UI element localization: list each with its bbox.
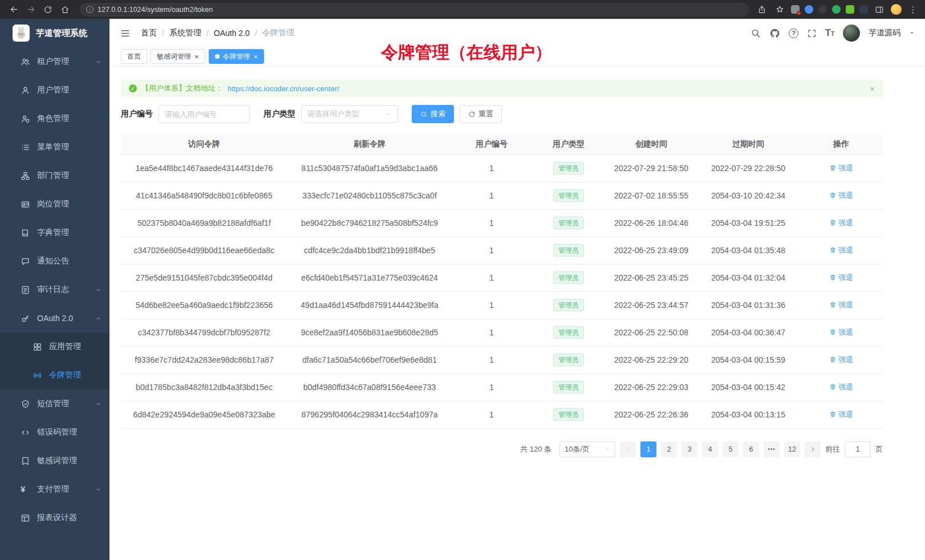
page-button-3[interactable]: 3 <box>681 441 697 457</box>
chevron-up-icon <box>95 315 102 322</box>
page-button-12[interactable]: 12 <box>784 441 800 457</box>
home-button[interactable] <box>57 3 73 17</box>
reset-button[interactable]: 重置 <box>460 105 502 123</box>
menu-fold-icon[interactable] <box>120 28 131 39</box>
sidebar-item-oauth[interactable]: OAuth 2.0 <box>0 304 109 332</box>
close-icon[interactable]: × <box>194 53 199 60</box>
force-logout-button[interactable]: 强退 <box>829 327 853 338</box>
more-pages-button[interactable]: ••• <box>764 441 780 457</box>
page-button-1[interactable]: 1 <box>640 441 656 457</box>
doc-link[interactable]: https://doc.iocoder.cn/user-center/ <box>228 84 339 93</box>
token-table-row: c342377bf8b344799dcbf7bf095287f2 9ce8ef2… <box>121 319 883 346</box>
back-button[interactable] <box>6 3 22 17</box>
sidebar-item-sms[interactable]: 短信管理 <box>0 389 109 418</box>
address-bar[interactable]: i 127.0.0.1:1024/system/oauth2/token <box>80 3 749 17</box>
site-info-icon[interactable]: i <box>86 6 94 13</box>
sidebar-item-report-designer[interactable]: 报表设计器 <box>0 504 109 532</box>
tab-token-management[interactable]: 令牌管理× <box>209 49 265 64</box>
force-logout-button[interactable]: 强退 <box>829 163 853 173</box>
reload-button[interactable] <box>40 3 56 17</box>
sidebar-item-post[interactable]: 岗位管理 <box>0 190 109 218</box>
refresh-icon <box>468 111 476 118</box>
action-cell: 强退 <box>800 264 883 291</box>
alert-text: 【用户体系】文档地址： <box>141 83 223 94</box>
tab-home[interactable]: 首页 <box>121 49 147 64</box>
expire-time-cell: 2054-03-04 00:15:59 <box>697 346 800 374</box>
browser-menu-icon[interactable]: ⋮ <box>907 3 919 16</box>
extension-icon-4[interactable] <box>832 5 841 14</box>
breadcrumb-system[interactable]: 系统管理 <box>169 28 201 38</box>
page-button-4[interactable]: 4 <box>702 441 718 457</box>
forward-button[interactable] <box>23 3 39 17</box>
force-logout-button[interactable]: 强退 <box>829 355 853 365</box>
user-name[interactable]: 芋道源码 <box>869 28 900 38</box>
side-panel-icon[interactable] <box>873 3 886 16</box>
sidebar-item-role[interactable]: 角色管理 <box>0 104 109 133</box>
search-icon[interactable] <box>750 28 761 38</box>
sidebar-item-token-management[interactable]: 令牌管理 <box>0 361 109 389</box>
goto-page-input[interactable] <box>845 441 871 457</box>
force-logout-button[interactable]: 强退 <box>829 409 853 420</box>
user-id-input[interactable] <box>159 105 250 123</box>
token-table-header: 访问令牌 刷新令牌 用户编号 用户类型 创建时间 过期时间 操作 <box>121 135 883 155</box>
browser-chrome: i 127.0.0.1:1024/system/oauth2/token ⋮ <box>0 0 925 19</box>
sidebar-item-notice[interactable]: 通知公告 <box>0 247 109 275</box>
force-logout-button[interactable]: 强退 <box>829 218 853 228</box>
chevron-down-icon <box>95 287 102 293</box>
sidebar-item-payment[interactable]: ¥ 支付管理 <box>0 475 109 504</box>
extensions-puzzle-icon[interactable] <box>846 5 854 14</box>
close-icon[interactable]: × <box>254 53 258 60</box>
help-icon[interactable]: ? <box>789 29 798 38</box>
token-table-row: 502375b8040a469a9b82188afdf6af1f be90422… <box>121 209 883 237</box>
force-logout-button[interactable]: 强退 <box>829 382 853 392</box>
caret-down-icon[interactable] <box>909 30 915 36</box>
alert-close-icon[interactable]: × <box>870 84 875 94</box>
fullscreen-icon[interactable] <box>807 29 817 38</box>
force-logout-button[interactable]: 强退 <box>829 190 853 201</box>
user-id-cell: 1 <box>452 264 532 291</box>
app-logo[interactable]: 芋道管理系统 <box>0 19 109 47</box>
force-logout-button[interactable]: 强退 <box>829 273 853 283</box>
page-button-6[interactable]: 6 <box>743 441 759 457</box>
prev-page-button[interactable] <box>620 441 636 457</box>
force-logout-button[interactable]: 强退 <box>829 245 853 255</box>
access-token-cell: 1ea5e44f8bc1467aaede43144f31de76 <box>121 155 287 182</box>
font-size-icon[interactable]: TT <box>825 29 834 38</box>
sidebar-item-audit-log[interactable]: 审计日志 <box>0 275 109 304</box>
user-type-badge: 管理员 <box>553 244 584 257</box>
url-text: 127.0.0.1:1024/system/oauth2/token <box>98 6 213 14</box>
page-button-5[interactable]: 5 <box>723 441 739 457</box>
bookmark-star-icon[interactable] <box>773 3 786 16</box>
sidebar-item-sensitive-word[interactable]: 敏感词管理 <box>0 447 109 475</box>
sidebar-item-app-management[interactable]: 应用管理 <box>0 332 109 361</box>
page-size-select[interactable]: 10条/页 <box>559 441 615 457</box>
token-table-row: 54d6be82ee5a460a9aedc1f9bf223656 49d1aa4… <box>121 291 883 319</box>
breadcrumb-oauth[interactable]: OAuth 2.0 <box>214 29 250 38</box>
search-button[interactable]: 搜索 <box>412 105 454 123</box>
expire-time-cell: 2054-03-10 20:42:34 <box>697 182 800 209</box>
goto-suffix: 页 <box>875 444 883 455</box>
sidebar-item-error-code[interactable]: 错误码管理 <box>0 418 109 447</box>
page-button-2[interactable]: 2 <box>661 441 677 457</box>
next-page-button[interactable] <box>805 441 821 457</box>
extension-icon-6[interactable] <box>859 5 868 14</box>
breadcrumb-home[interactable]: 首页 <box>141 28 157 38</box>
github-icon[interactable] <box>769 28 780 39</box>
create-time-cell: 2022-06-25 22:26:36 <box>606 401 697 428</box>
extension-icon-3[interactable] <box>818 5 827 14</box>
sidebar-item-tenant[interactable]: 租户管理 <box>0 47 109 76</box>
share-icon[interactable] <box>756 3 768 16</box>
sidebar-item-dept[interactable]: 部门管理 <box>0 161 109 190</box>
sidebar-item-user[interactable]: 用户管理 <box>0 76 109 104</box>
user-avatar[interactable] <box>843 25 860 42</box>
user-type-select[interactable]: 请选择用户类型 <box>301 105 398 123</box>
sidebar-item-dict[interactable]: 字典管理 <box>0 218 109 247</box>
extension-icon-2[interactable] <box>805 5 813 14</box>
filter-form: 用户编号 用户类型 请选择用户类型 搜索 重置 <box>121 105 883 123</box>
delete-icon <box>829 383 837 391</box>
tab-sensitive-word[interactable]: 敏感词管理× <box>151 49 205 64</box>
browser-profile-avatar[interactable] <box>891 4 902 15</box>
force-logout-button[interactable]: 强退 <box>829 300 853 310</box>
extension-icon-1[interactable] <box>791 5 800 14</box>
sidebar-item-menu[interactable]: 菜单管理 <box>0 133 109 161</box>
